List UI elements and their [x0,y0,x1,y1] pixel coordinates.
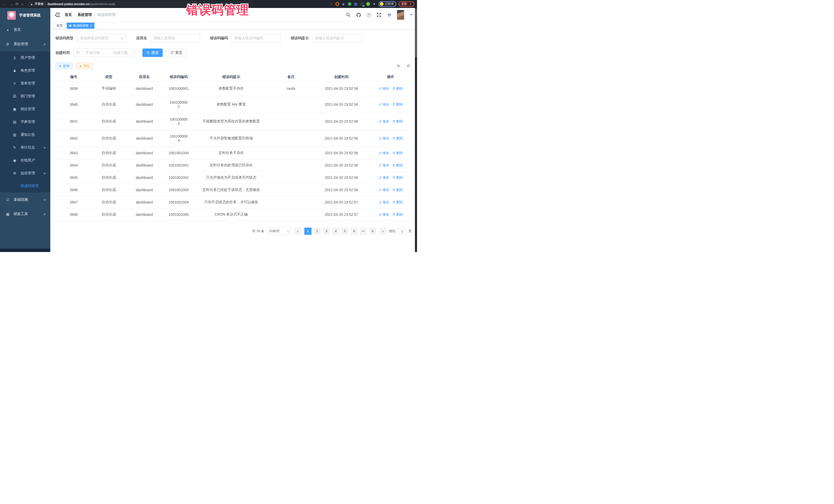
bookmark-star-icon[interactable]: ☆ [330,2,333,6]
reset-button[interactable]: 重置 [166,48,186,57]
edit-link[interactable]: 修改 [379,151,389,155]
search-button[interactable]: 搜索 [142,48,163,57]
date-range-picker[interactable]: 开始日期 - 结束日期 [73,48,135,57]
cell-remark: ceshi [268,81,314,96]
sidebar-item-部门管理[interactable]: 品部门管理 [0,90,50,103]
extension-icon[interactable] [335,2,339,6]
export-button[interactable]: 导出 [76,63,93,69]
sidebar-item-研发工具[interactable]: ▦研发工具∨ [0,207,50,221]
add-button[interactable]: 新增 [56,63,73,69]
delete-link[interactable]: 删除 [392,86,403,91]
edit-link[interactable]: 修改 [379,86,389,91]
home-icon[interactable]: ⌂ [21,2,24,6]
next-page-button[interactable]: › [379,227,387,235]
profile-chip[interactable]: 已暂停 [378,1,396,7]
cell-code: 100100000 3 [163,113,194,130]
cell-app: dashboard [126,113,163,130]
sidebar-item-角色管理[interactable]: ♟角色管理 [0,64,50,77]
edit-link[interactable]: 修改 [379,212,389,217]
error-type-select[interactable]: 请选择错误码类型 ⋁ [77,34,127,42]
sidebar-item-系统管理[interactable]: ⚙系统管理∧ [0,37,50,51]
sidebar-item-基础设施[interactable]: ☑基础设施∨ [0,193,50,207]
page-button-1[interactable]: 1 [304,227,311,235]
delete-link[interactable]: 删除 [392,175,403,180]
extension-icon[interactable]: ▦ [354,2,358,6]
cell-id: 3940 [56,96,92,113]
sidebar-item-菜单管理[interactable]: ≡菜单管理 [0,77,50,90]
edit-link[interactable]: 修改 [379,188,389,192]
sidebar-item-在线用户[interactable]: ◉在线用户 [0,154,50,167]
scrollbar[interactable] [415,8,417,252]
avatar-caret-down-icon[interactable] [410,14,412,16]
page-button-8[interactable]: 8 [369,227,376,235]
delete-link[interactable]: 删除 [392,212,403,217]
sidebar-item-短信管理[interactable]: ✉短信管理∨ [0,167,50,180]
breadcrumb-home[interactable]: 首页 [65,13,72,17]
infrastructure-icon: ☑ [5,198,10,202]
prev-page-button[interactable]: ‹ [294,227,301,235]
sidebar-collapse-bar[interactable] [0,249,50,252]
extension-icon[interactable]: ◆ [342,2,345,6]
delete-link[interactable]: 删除 [392,119,403,124]
header-search-icon[interactable] [346,12,351,18]
help-icon[interactable]: ? [366,12,371,18]
sidebar-item-首页[interactable]: ◕首页 [0,23,50,37]
page-button-4[interactable]: 4 [332,227,339,235]
page-button-2[interactable]: 2 [313,227,321,235]
sidebar-fold-icon[interactable] [55,13,60,17]
page-button-6[interactable]: 6 [351,227,358,235]
github-icon[interactable] [356,12,361,18]
delete-link[interactable]: 删除 [392,151,403,155]
error-code-input[interactable]: 请输入错误码编码 [231,34,281,42]
error-prompt-input[interactable]: 请输入错误码提示 [312,34,362,42]
cell-app: dashboard [126,81,163,96]
back-icon[interactable]: ← [3,2,6,6]
delete-link[interactable]: 删除 [392,188,403,192]
sidebar-item-通知公告[interactable]: ▥通知公告 [0,128,50,141]
chevron-up-icon: ∧ [43,43,46,46]
start-date-input[interactable]: 开始日期 [82,50,104,55]
end-date-input[interactable]: 结束日期 [109,50,132,55]
delete-link[interactable]: 删除 [392,102,403,107]
breadcrumb-system[interactable]: 系统管理 [78,13,92,17]
refresh-table-icon[interactable] [405,63,411,69]
cell-id: 3948 [56,209,92,221]
tag-close-icon[interactable]: × [90,24,92,27]
scrollbar-thumb[interactable] [415,8,417,57]
sidebar-item-用户管理[interactable]: ♙用户管理 [0,51,50,64]
goto-page-input[interactable] [398,227,407,235]
page-button-5[interactable]: 5 [341,227,349,235]
page-ellipsis[interactable]: ••• [360,227,367,235]
fullscreen-icon[interactable] [376,12,381,18]
browser-update-button[interactable]: 更新 ⋮ [398,1,414,7]
delete-link[interactable]: 删除 [392,163,403,168]
app-name-input[interactable]: 请输入应用名 [150,34,200,42]
edit-link[interactable]: 修改 [379,163,389,168]
edit-link[interactable]: 修改 [379,200,389,204]
extension-icon[interactable]: V [348,2,352,6]
tag-error-code[interactable]: 错误码管理 × [67,23,94,29]
delete-link[interactable]: 删除 [392,136,403,140]
app-logo[interactable]: 芋道管理系统 [0,8,50,23]
sidebar-item-错误码管理[interactable]: 错误码管理 [0,180,50,193]
page-size-select[interactable]: 10条/页 ⋁ [267,227,291,235]
page-button-3[interactable]: 3 [323,227,330,235]
sidebar-item-字典管理[interactable]: ▤字典管理 [0,115,50,128]
user-avatar[interactable] [397,10,404,20]
reload-icon[interactable]: ⟳ [15,2,19,6]
forward-icon[interactable]: → [9,2,13,6]
tag-home[interactable]: 首页 [54,23,65,29]
sidebar-item-岗位管理[interactable]: ▣岗位管理 [0,103,50,115]
sidebar-item-审计日志[interactable]: ✎审计日志∨ [0,141,50,154]
edit-link[interactable]: 修改 [379,175,389,180]
edit-link[interactable]: 修改 [379,119,389,124]
extensions-puzzle-icon[interactable]: ✦ [372,2,376,6]
extension-icon[interactable]: ≡on [360,2,364,6]
extension-icon[interactable] [366,2,370,6]
edit-link[interactable]: 修改 [379,102,389,107]
show-search-icon[interactable] [395,63,402,69]
edit-link[interactable]: 修改 [379,136,389,140]
browser-menu-icon[interactable]: ⋮ [409,2,412,6]
delete-link[interactable]: 删除 [392,200,403,204]
font-size-icon[interactable]: tT [387,12,392,18]
